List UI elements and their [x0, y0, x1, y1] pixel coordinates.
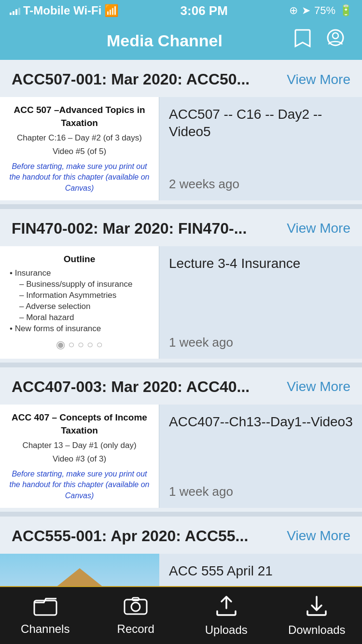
tab-uploads-label: Uploads — [205, 623, 248, 637]
channel-header: ACC555-001: Apr 2020: ACC55... View More — [0, 517, 362, 554]
thumbnail-sub2: Video #5 (of 5) — [7, 146, 152, 157]
video-info: ACC507 -- C16 -- Day2 -- Video5 2 weeks … — [159, 97, 362, 200]
thumbnail-note: Before starting, make sure you print out… — [7, 469, 152, 501]
time-label: 3:06 PM — [181, 3, 228, 18]
arrow-icon: ➤ — [302, 4, 310, 17]
carrier-info: T-Mobile Wi-Fi 📶 — [10, 4, 119, 17]
thumbnail-sub2: Video #3 (of 3) — [7, 453, 152, 465]
tab-channels[interactable]: Channels — [7, 596, 84, 636]
section-divider — [0, 363, 362, 367]
svg-point-4 — [131, 602, 140, 611]
tab-channels-label: Channels — [21, 622, 70, 636]
list-item: Insurance — [10, 268, 153, 278]
channel-title: ACC507-001: Mar 2020: ACC50... — [12, 70, 250, 88]
thumbnail-subtitle: Chapter C:16 – Day #2 (of 3 days) — [7, 132, 152, 144]
list-item: Information Asymmetries — [19, 291, 153, 300]
video-name: Lecture 3-4 Insurance — [169, 255, 353, 272]
channel-header: ACC407-003: Mar 2020: ACC40... View More — [0, 367, 362, 405]
video-card[interactable]: ACC 407 – Concepts of Income Taxation Ch… — [0, 405, 362, 508]
list-item: Adverse selection — [19, 302, 153, 311]
carrier-label: T-Mobile Wi-Fi — [23, 4, 101, 17]
profile-icon[interactable] — [323, 29, 348, 52]
tab-downloads-label: Downloads — [288, 623, 346, 637]
tab-downloads[interactable]: Downloads — [278, 595, 355, 637]
list-item: Moral hazard — [19, 313, 153, 322]
video-time: 1 week ago — [169, 335, 353, 350]
battery-info: ⊕ ➤ 75% 🔋 — [289, 4, 352, 17]
upload-icon — [214, 595, 238, 620]
video-thumbnail: Outline Insurance Business/supply of ins… — [0, 246, 159, 359]
list-item: Business/supply of insurance — [19, 280, 153, 289]
svg-point-1 — [333, 33, 338, 39]
video-name: ACC507 -- C16 -- Day2 -- Video5 — [169, 106, 353, 141]
video-thumbnail: ACC 407 – Concepts of Income Taxation Ch… — [0, 405, 159, 508]
camera-icon — [124, 596, 148, 619]
video-info: Lecture 3-4 Insurance 1 week ago — [159, 246, 362, 359]
battery-label: 75% — [314, 4, 335, 17]
wifi-icon: 📶 — [104, 4, 119, 17]
channel-section: ACC507-001: Mar 2020: ACC50... View More… — [0, 60, 362, 200]
app-header: Media Channel — [0, 21, 362, 60]
channel-title: FIN470-002: Mar 2020: FIN470-... — [12, 220, 247, 238]
channel-section: FIN470-002: Mar 2020: FIN470-... View Mo… — [0, 209, 362, 359]
header-title: Media Channel — [39, 31, 291, 50]
view-more-link[interactable]: View More — [287, 379, 350, 394]
thumbnail-note: Before starting, make sure you print out… — [7, 161, 152, 194]
tab-record[interactable]: Record — [97, 596, 174, 636]
thumbnail-title: ACC 407 – Concepts of Income Taxation — [7, 411, 152, 437]
video-thumbnail: ACC 507 –Advanced Topics in Taxation Cha… — [0, 97, 159, 200]
channel-title: ACC555-001: Apr 2020: ACC55... — [12, 527, 248, 545]
pagination-dots: ◉ ○ ○ ○ ○ — [6, 338, 153, 351]
view-more-link[interactable]: View More — [287, 72, 350, 87]
tab-record-label: Record — [117, 622, 154, 636]
folder-icon — [33, 596, 57, 619]
list-item: New forms of insurance — [10, 324, 153, 334]
thumbnail-title: ACC 507 –Advanced Topics in Taxation — [7, 104, 152, 129]
tab-bar: Channels Record Uploads Download — [0, 586, 362, 644]
view-more-link[interactable]: View More — [287, 221, 350, 236]
channel-title: ACC407-003: Mar 2020: ACC40... — [12, 378, 250, 396]
video-time: 1 week ago — [169, 484, 353, 499]
video-name: ACC 555 April 21 — [169, 562, 353, 580]
bookmark-icon[interactable] — [291, 29, 315, 52]
download-icon — [305, 595, 329, 620]
channel-header: FIN470-002: Mar 2020: FIN470-... View Mo… — [0, 209, 362, 246]
video-card[interactable]: Outline Insurance Business/supply of ins… — [0, 246, 362, 359]
tab-uploads[interactable]: Uploads — [188, 595, 265, 637]
status-bar: T-Mobile Wi-Fi 📶 3:06 PM ⊕ ➤ 75% 🔋 — [0, 0, 362, 21]
thumbnail-subtitle: Chapter 13 – Day #1 (only day) — [7, 440, 152, 451]
video-info: ACC407--Ch13--Day1--Video3 1 week ago — [159, 405, 362, 508]
main-content: ACC507-001: Mar 2020: ACC50... View More… — [0, 60, 362, 644]
outline-title: Outline — [6, 254, 153, 265]
section-divider — [0, 204, 362, 209]
signal-icon — [10, 6, 20, 15]
location-icon: ⊕ — [289, 4, 298, 17]
video-card[interactable]: ACC 507 –Advanced Topics in Taxation Cha… — [0, 97, 362, 200]
video-time: 2 weeks ago — [169, 177, 353, 192]
video-name: ACC407--Ch13--Day1--Video3 — [169, 413, 353, 431]
view-more-link[interactable]: View More — [287, 528, 350, 544]
channel-header: ACC507-001: Mar 2020: ACC50... View More — [0, 60, 362, 97]
battery-icon: 🔋 — [339, 4, 352, 17]
channel-section: ACC407-003: Mar 2020: ACC40... View More… — [0, 367, 362, 508]
section-divider — [0, 512, 362, 517]
